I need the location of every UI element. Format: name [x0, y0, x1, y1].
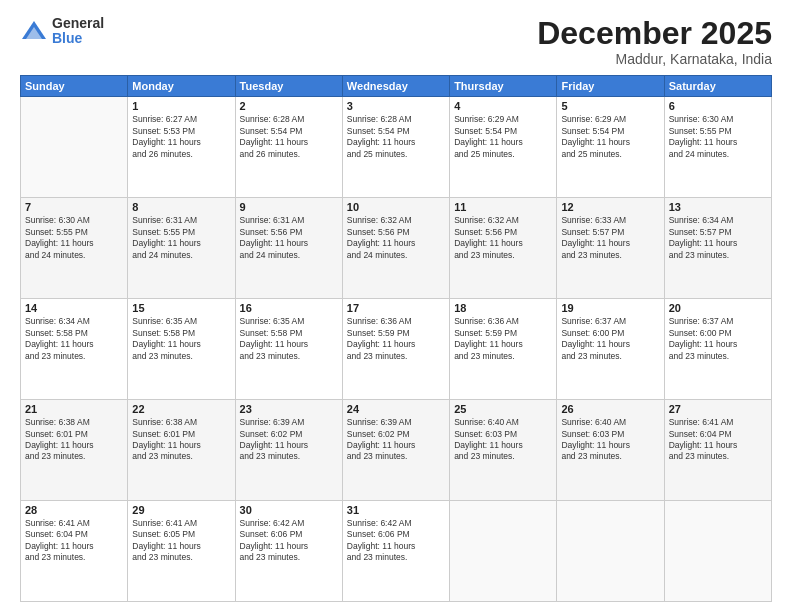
calendar-cell: 25Sunrise: 6:40 AM Sunset: 6:03 PM Dayli… — [450, 400, 557, 501]
week-row-0: 1Sunrise: 6:27 AM Sunset: 5:53 PM Daylig… — [21, 97, 772, 198]
day-number: 15 — [132, 302, 230, 314]
calendar-cell: 26Sunrise: 6:40 AM Sunset: 6:03 PM Dayli… — [557, 400, 664, 501]
day-number: 26 — [561, 403, 659, 415]
day-number: 13 — [669, 201, 767, 213]
calendar-cell: 8Sunrise: 6:31 AM Sunset: 5:55 PM Daylig… — [128, 198, 235, 299]
calendar-cell: 20Sunrise: 6:37 AM Sunset: 6:00 PM Dayli… — [664, 299, 771, 400]
calendar-cell — [450, 501, 557, 602]
page: General Blue December 2025 Maddur, Karna… — [0, 0, 792, 612]
month-title: December 2025 — [537, 16, 772, 51]
day-number: 23 — [240, 403, 338, 415]
calendar-cell: 6Sunrise: 6:30 AM Sunset: 5:55 PM Daylig… — [664, 97, 771, 198]
day-number: 10 — [347, 201, 445, 213]
calendar-cell: 5Sunrise: 6:29 AM Sunset: 5:54 PM Daylig… — [557, 97, 664, 198]
day-info: Sunrise: 6:41 AM Sunset: 6:05 PM Dayligh… — [132, 518, 230, 564]
calendar-cell: 30Sunrise: 6:42 AM Sunset: 6:06 PM Dayli… — [235, 501, 342, 602]
weekday-header-friday: Friday — [557, 76, 664, 97]
day-number: 1 — [132, 100, 230, 112]
day-info: Sunrise: 6:31 AM Sunset: 5:56 PM Dayligh… — [240, 215, 338, 261]
day-info: Sunrise: 6:40 AM Sunset: 6:03 PM Dayligh… — [454, 417, 552, 463]
calendar-cell: 13Sunrise: 6:34 AM Sunset: 5:57 PM Dayli… — [664, 198, 771, 299]
day-info: Sunrise: 6:33 AM Sunset: 5:57 PM Dayligh… — [561, 215, 659, 261]
calendar-cell: 28Sunrise: 6:41 AM Sunset: 6:04 PM Dayli… — [21, 501, 128, 602]
title-block: December 2025 Maddur, Karnataka, India — [537, 16, 772, 67]
calendar-cell: 23Sunrise: 6:39 AM Sunset: 6:02 PM Dayli… — [235, 400, 342, 501]
day-info: Sunrise: 6:32 AM Sunset: 5:56 PM Dayligh… — [347, 215, 445, 261]
weekday-header-sunday: Sunday — [21, 76, 128, 97]
day-number: 28 — [25, 504, 123, 516]
weekday-header-wednesday: Wednesday — [342, 76, 449, 97]
day-number: 12 — [561, 201, 659, 213]
day-number: 21 — [25, 403, 123, 415]
weekday-header-thursday: Thursday — [450, 76, 557, 97]
week-row-2: 14Sunrise: 6:34 AM Sunset: 5:58 PM Dayli… — [21, 299, 772, 400]
day-info: Sunrise: 6:29 AM Sunset: 5:54 PM Dayligh… — [561, 114, 659, 160]
day-info: Sunrise: 6:28 AM Sunset: 5:54 PM Dayligh… — [347, 114, 445, 160]
logo-text: General Blue — [52, 16, 104, 47]
location: Maddur, Karnataka, India — [537, 51, 772, 67]
calendar-cell: 22Sunrise: 6:38 AM Sunset: 6:01 PM Dayli… — [128, 400, 235, 501]
day-info: Sunrise: 6:29 AM Sunset: 5:54 PM Dayligh… — [454, 114, 552, 160]
day-info: Sunrise: 6:27 AM Sunset: 5:53 PM Dayligh… — [132, 114, 230, 160]
day-number: 5 — [561, 100, 659, 112]
day-number: 31 — [347, 504, 445, 516]
calendar-cell: 17Sunrise: 6:36 AM Sunset: 5:59 PM Dayli… — [342, 299, 449, 400]
day-number: 6 — [669, 100, 767, 112]
day-info: Sunrise: 6:41 AM Sunset: 6:04 PM Dayligh… — [669, 417, 767, 463]
weekday-header-tuesday: Tuesday — [235, 76, 342, 97]
day-number: 7 — [25, 201, 123, 213]
day-number: 14 — [25, 302, 123, 314]
calendar-table: SundayMondayTuesdayWednesdayThursdayFrid… — [20, 75, 772, 602]
day-info: Sunrise: 6:35 AM Sunset: 5:58 PM Dayligh… — [132, 316, 230, 362]
day-number: 22 — [132, 403, 230, 415]
day-info: Sunrise: 6:31 AM Sunset: 5:55 PM Dayligh… — [132, 215, 230, 261]
header: General Blue December 2025 Maddur, Karna… — [20, 16, 772, 67]
calendar-cell: 14Sunrise: 6:34 AM Sunset: 5:58 PM Dayli… — [21, 299, 128, 400]
calendar-cell: 15Sunrise: 6:35 AM Sunset: 5:58 PM Dayli… — [128, 299, 235, 400]
day-info: Sunrise: 6:42 AM Sunset: 6:06 PM Dayligh… — [347, 518, 445, 564]
day-info: Sunrise: 6:39 AM Sunset: 6:02 PM Dayligh… — [240, 417, 338, 463]
day-info: Sunrise: 6:41 AM Sunset: 6:04 PM Dayligh… — [25, 518, 123, 564]
day-info: Sunrise: 6:38 AM Sunset: 6:01 PM Dayligh… — [25, 417, 123, 463]
logo-blue: Blue — [52, 31, 104, 46]
calendar-cell: 24Sunrise: 6:39 AM Sunset: 6:02 PM Dayli… — [342, 400, 449, 501]
day-number: 9 — [240, 201, 338, 213]
calendar-cell — [664, 501, 771, 602]
day-number: 30 — [240, 504, 338, 516]
day-number: 2 — [240, 100, 338, 112]
calendar-cell: 31Sunrise: 6:42 AM Sunset: 6:06 PM Dayli… — [342, 501, 449, 602]
day-info: Sunrise: 6:37 AM Sunset: 6:00 PM Dayligh… — [669, 316, 767, 362]
day-info: Sunrise: 6:28 AM Sunset: 5:54 PM Dayligh… — [240, 114, 338, 160]
calendar-cell — [21, 97, 128, 198]
calendar-cell: 21Sunrise: 6:38 AM Sunset: 6:01 PM Dayli… — [21, 400, 128, 501]
week-row-1: 7Sunrise: 6:30 AM Sunset: 5:55 PM Daylig… — [21, 198, 772, 299]
day-number: 20 — [669, 302, 767, 314]
day-number: 3 — [347, 100, 445, 112]
logo-general: General — [52, 16, 104, 31]
day-info: Sunrise: 6:36 AM Sunset: 5:59 PM Dayligh… — [347, 316, 445, 362]
day-info: Sunrise: 6:42 AM Sunset: 6:06 PM Dayligh… — [240, 518, 338, 564]
day-info: Sunrise: 6:30 AM Sunset: 5:55 PM Dayligh… — [25, 215, 123, 261]
calendar-cell: 11Sunrise: 6:32 AM Sunset: 5:56 PM Dayli… — [450, 198, 557, 299]
day-info: Sunrise: 6:35 AM Sunset: 5:58 PM Dayligh… — [240, 316, 338, 362]
day-info: Sunrise: 6:34 AM Sunset: 5:58 PM Dayligh… — [25, 316, 123, 362]
day-info: Sunrise: 6:34 AM Sunset: 5:57 PM Dayligh… — [669, 215, 767, 261]
weekday-header-row: SundayMondayTuesdayWednesdayThursdayFrid… — [21, 76, 772, 97]
day-info: Sunrise: 6:36 AM Sunset: 5:59 PM Dayligh… — [454, 316, 552, 362]
calendar-cell: 16Sunrise: 6:35 AM Sunset: 5:58 PM Dayli… — [235, 299, 342, 400]
calendar-cell: 9Sunrise: 6:31 AM Sunset: 5:56 PM Daylig… — [235, 198, 342, 299]
day-info: Sunrise: 6:38 AM Sunset: 6:01 PM Dayligh… — [132, 417, 230, 463]
calendar-cell: 3Sunrise: 6:28 AM Sunset: 5:54 PM Daylig… — [342, 97, 449, 198]
week-row-3: 21Sunrise: 6:38 AM Sunset: 6:01 PM Dayli… — [21, 400, 772, 501]
day-info: Sunrise: 6:39 AM Sunset: 6:02 PM Dayligh… — [347, 417, 445, 463]
calendar-cell: 10Sunrise: 6:32 AM Sunset: 5:56 PM Dayli… — [342, 198, 449, 299]
day-info: Sunrise: 6:30 AM Sunset: 5:55 PM Dayligh… — [669, 114, 767, 160]
calendar-cell: 18Sunrise: 6:36 AM Sunset: 5:59 PM Dayli… — [450, 299, 557, 400]
day-number: 24 — [347, 403, 445, 415]
calendar-cell — [557, 501, 664, 602]
calendar-cell: 19Sunrise: 6:37 AM Sunset: 6:00 PM Dayli… — [557, 299, 664, 400]
calendar-cell: 2Sunrise: 6:28 AM Sunset: 5:54 PM Daylig… — [235, 97, 342, 198]
day-info: Sunrise: 6:37 AM Sunset: 6:00 PM Dayligh… — [561, 316, 659, 362]
day-number: 4 — [454, 100, 552, 112]
day-info: Sunrise: 6:32 AM Sunset: 5:56 PM Dayligh… — [454, 215, 552, 261]
